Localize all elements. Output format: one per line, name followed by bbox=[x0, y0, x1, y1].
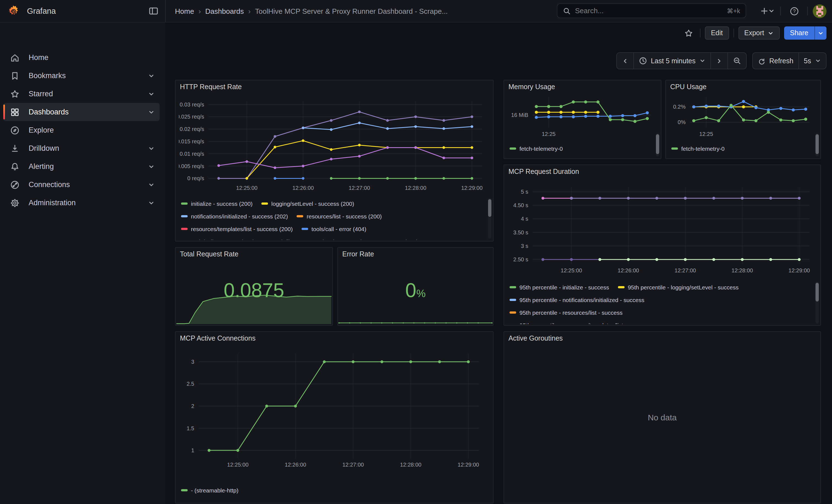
chevron-down-icon[interactable] bbox=[148, 181, 155, 188]
help-icon[interactable]: ? bbox=[786, 3, 802, 19]
chevron-down-icon bbox=[815, 58, 821, 64]
sidebar-toggle-icon[interactable] bbox=[149, 6, 158, 16]
legend-item[interactable]: resources/templates/list - success (200) bbox=[181, 225, 293, 232]
legend-item[interactable]: 95th percentile - notifications/initiali… bbox=[510, 296, 644, 303]
zoom-out-button[interactable] bbox=[727, 53, 746, 69]
legend-item[interactable]: fetch-telemetry-0 bbox=[510, 145, 563, 152]
legend-item[interactable]: 95th percentile - resources/templates/li… bbox=[510, 322, 649, 324]
legend-item[interactable]: notifications/initialized - success (202… bbox=[181, 213, 288, 219]
chevron-down-icon[interactable] bbox=[148, 144, 155, 152]
top-bar-brand-section: Grafana bbox=[0, 0, 166, 22]
svg-text:12:28:00: 12:28:00 bbox=[400, 461, 421, 468]
breadcrumb-dashboards[interactable]: Dashboards bbox=[205, 7, 244, 15]
cpu-usage-chart[interactable]: 0%0.2%12:25 bbox=[668, 92, 816, 137]
edit-button[interactable]: Edit bbox=[705, 26, 729, 39]
clock-icon bbox=[639, 57, 647, 65]
legend-item[interactable]: fetch-telemetry-0 bbox=[671, 145, 725, 152]
time-range-group: Last 5 minutes bbox=[616, 52, 747, 69]
favorite-star-icon[interactable] bbox=[682, 26, 696, 39]
http-request-rate-chart[interactable]: 0 req/s0.005 req/s0.01 req/s0.015 req/s0… bbox=[179, 95, 488, 195]
svg-text:16 MiB: 16 MiB bbox=[511, 112, 528, 118]
sidebar-item-starred[interactable]: Starred bbox=[3, 85, 160, 103]
legend-item[interactable]: - (streamable-http) bbox=[181, 487, 238, 493]
legend-scrollbar[interactable] bbox=[815, 133, 819, 156]
legend-item[interactable]: tools/list - success (200) bbox=[263, 238, 335, 240]
svg-text:4.50 s: 4.50 s bbox=[513, 202, 528, 208]
add-new-button[interactable] bbox=[759, 3, 775, 19]
breadcrumb-home[interactable]: Home bbox=[175, 7, 194, 15]
panel-title[interactable]: Active Goroutines bbox=[509, 335, 563, 342]
time-shift-forward-button[interactable] bbox=[710, 53, 727, 69]
panel-title[interactable]: Total Request Rate bbox=[180, 250, 238, 258]
legend-item[interactable]: tools/call - error (404) bbox=[302, 225, 366, 232]
legend-scrollbar[interactable] bbox=[488, 198, 491, 239]
legend-item[interactable]: logging/setLevel - success (200) bbox=[261, 200, 354, 207]
mcp-request-duration-chart[interactable]: 2.50 s3 s3.50 s4 s4.50 s5 s12:25:0012:26… bbox=[508, 179, 816, 278]
svg-text:12:28:00: 12:28:00 bbox=[732, 267, 753, 273]
grafana-logo-icon[interactable] bbox=[7, 5, 19, 17]
panel-title[interactable]: MCP Active Connections bbox=[180, 335, 256, 342]
legend-swatch bbox=[181, 489, 188, 491]
chevron-down-icon[interactable] bbox=[148, 199, 155, 207]
search-input[interactable]: Search... ⌘+k bbox=[557, 3, 746, 18]
sidebar-item-dashboards[interactable]: Dashboards bbox=[3, 103, 160, 121]
sidebar-item-bookmarks[interactable]: Bookmarks bbox=[3, 67, 160, 85]
svg-text:12:26:00: 12:26:00 bbox=[292, 185, 314, 191]
legend-item[interactable]: 95th percentile - resources/list - succe… bbox=[510, 309, 623, 316]
panel-memory-usage: Memory Usage 16 MiB12:25 fetch-telemetry… bbox=[503, 80, 661, 159]
top-bar: Grafana Home › Dashboards › ToolHive MCP… bbox=[0, 0, 832, 23]
legend-item[interactable]: tools/call - success (200) bbox=[181, 238, 255, 240]
svg-text:0%: 0% bbox=[678, 119, 686, 125]
chevron-down-icon[interactable] bbox=[148, 72, 155, 80]
panel-title[interactable]: Error Rate bbox=[342, 250, 374, 258]
svg-text:0.025 req/s: 0.025 req/s bbox=[179, 114, 204, 120]
legend-swatch bbox=[510, 298, 516, 301]
legend-swatch bbox=[510, 147, 516, 150]
legend-item[interactable]: 95th percentile - initialize - success bbox=[510, 284, 609, 290]
memory-usage-chart[interactable]: 16 MiB12:25 bbox=[506, 92, 656, 137]
refresh-button[interactable]: Refresh bbox=[753, 53, 799, 69]
search-placeholder: Search... bbox=[575, 7, 723, 15]
legend-scrollbar[interactable] bbox=[815, 282, 819, 323]
top-bar-actions: ? bbox=[759, 3, 827, 19]
chevron-down-icon[interactable] bbox=[148, 108, 155, 116]
refresh-interval-picker[interactable]: 5s bbox=[799, 53, 826, 69]
sidebar-item-drilldown[interactable]: Drilldown bbox=[3, 139, 160, 157]
sidebar-item-explore[interactable]: Explore bbox=[3, 121, 160, 139]
grafana-app: Grafana Home › Dashboards › ToolHive MCP… bbox=[0, 0, 832, 504]
legend-item[interactable]: resources/list - success (200) bbox=[297, 213, 382, 219]
svg-text:2.50 s: 2.50 s bbox=[513, 257, 528, 262]
share-menu-chevron-icon[interactable] bbox=[814, 26, 827, 39]
time-shift-back-button[interactable] bbox=[617, 53, 633, 69]
error-rate-value: 0% bbox=[338, 280, 493, 305]
sidebar-item-connections[interactable]: Connections bbox=[3, 176, 160, 194]
legend-item[interactable]: initialize - success (200) bbox=[181, 200, 253, 207]
svg-text:0.01 req/s: 0.01 req/s bbox=[180, 151, 204, 157]
panel-error-rate: Error Rate 0% bbox=[337, 247, 494, 326]
export-button[interactable]: Export bbox=[738, 26, 779, 39]
mcp-active-connections-chart[interactable]: 11.522.5312:25:0012:26:0012:27:0012:28:0… bbox=[179, 346, 488, 475]
dashboard-canvas: Edit Export Share Last 5 minutes bbox=[165, 22, 832, 504]
share-button[interactable]: Share bbox=[784, 26, 827, 39]
svg-text:1.5: 1.5 bbox=[186, 425, 194, 431]
sidebar-item-alerting[interactable]: Alerting bbox=[3, 157, 160, 176]
chevron-down-icon[interactable] bbox=[148, 163, 155, 170]
svg-text:12:28:00: 12:28:00 bbox=[405, 185, 426, 191]
panel-title[interactable]: Memory Usage bbox=[509, 83, 555, 91]
panel-title[interactable]: MCP Request Duration bbox=[509, 168, 579, 176]
legend-swatch bbox=[302, 228, 308, 230]
sidebar-item-home[interactable]: Home bbox=[3, 48, 160, 67]
total-request-rate-value: 0.0875 bbox=[176, 280, 332, 301]
user-avatar[interactable] bbox=[813, 4, 827, 18]
sidebar-item-administration[interactable]: Administration bbox=[3, 194, 160, 212]
legend-item[interactable]: unknown - success (200) bbox=[344, 238, 418, 240]
legend-swatch bbox=[510, 286, 516, 288]
svg-text:12:25:00: 12:25:00 bbox=[227, 461, 249, 468]
time-range-picker[interactable]: Last 5 minutes bbox=[633, 53, 710, 69]
panel-title[interactable]: HTTP Request Rate bbox=[180, 83, 242, 91]
svg-text:0.03 req/s: 0.03 req/s bbox=[180, 102, 204, 108]
chevron-down-icon[interactable] bbox=[148, 90, 155, 98]
panel-title[interactable]: CPU Usage bbox=[670, 83, 706, 91]
legend-scrollbar[interactable] bbox=[656, 133, 659, 156]
legend-item[interactable]: 95th percentile - logging/setLevel - suc… bbox=[618, 284, 739, 290]
